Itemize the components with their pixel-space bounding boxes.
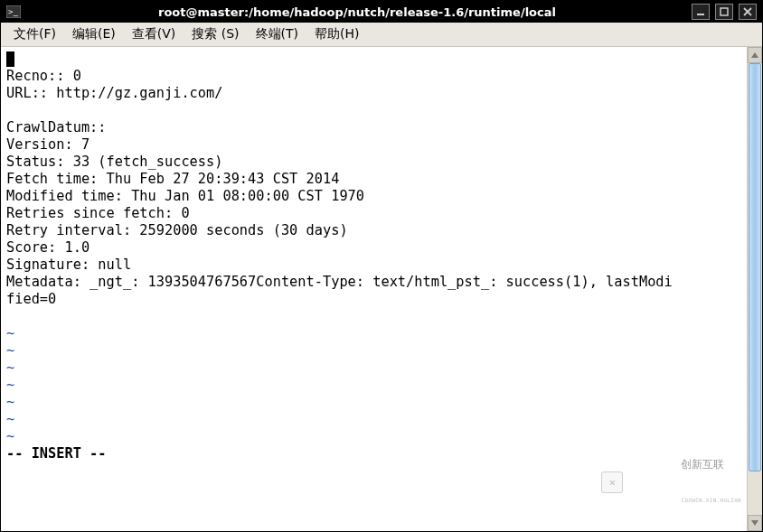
menu-terminal[interactable]: 终端(T) — [249, 24, 306, 44]
line-retry-interval: Retry interval: 2592000 seconds (30 days… — [6, 222, 348, 238]
terminal-window: >_ root@master:/home/hadoop/nutch/releas… — [0, 0, 763, 532]
scroll-thumb[interactable] — [749, 63, 761, 471]
terminal-app-icon: >_ — [5, 3, 23, 21]
window-title: root@master:/home/hadoop/nutch/release-1… — [23, 5, 692, 19]
line-crawldatum: CrawlDatum:: — [6, 119, 107, 135]
scroll-up-button[interactable] — [748, 47, 762, 63]
svg-marker-6 — [751, 52, 758, 58]
watermark-logo-icon: ✕ — [601, 471, 623, 493]
line-metadata-2: fied=0 — [6, 291, 56, 307]
vim-tilde: ~ — [6, 359, 14, 376]
vim-status-line: -- INSERT -- — [6, 445, 107, 462]
vertical-scrollbar[interactable] — [747, 47, 762, 531]
svg-marker-7 — [751, 520, 758, 526]
menu-search[interactable]: 搜索 (S) — [184, 24, 246, 44]
minimize-button[interactable] — [692, 4, 710, 20]
watermark-text: 创新互联 — [681, 458, 724, 471]
menubar: 文件(F) 编辑(E) 查看(V) 搜索 (S) 终端(T) 帮助(H) — [1, 23, 762, 47]
menu-file[interactable]: 文件(F) — [6, 24, 63, 44]
vim-tilde: ~ — [6, 377, 14, 393]
svg-text:>_: >_ — [8, 7, 18, 16]
vim-tilde: ~ — [6, 411, 14, 427]
menu-help[interactable]: 帮助(H) — [307, 24, 366, 44]
watermark: ✕ 创新互联 CDXWCN.XIN.HULIAN — [601, 439, 741, 526]
window-controls — [692, 4, 757, 20]
line-fetch-time: Fetch time: Thu Feb 27 20:39:43 CST 2014 — [6, 171, 339, 187]
terminal-content[interactable]: Recno:: 0 URL:: http://gz.ganji.com/ Cra… — [1, 47, 747, 531]
text-cursor — [6, 51, 14, 67]
watermark-subtext: CDXWCN.XIN.HULIAN — [681, 497, 741, 503]
line-version: Version: 7 — [6, 136, 89, 153]
vim-tilde: ~ — [6, 325, 14, 341]
line-retries: Retries since fetch: 0 — [6, 205, 190, 221]
terminal-body-wrap: Recno:: 0 URL:: http://gz.ganji.com/ Cra… — [1, 47, 762, 531]
menu-view[interactable]: 查看(V) — [125, 24, 184, 44]
maximize-button[interactable] — [715, 4, 733, 20]
scroll-track[interactable] — [748, 63, 762, 515]
line-status: Status: 33 (fetch_success) — [6, 154, 222, 170]
vim-tilde: ~ — [6, 394, 14, 410]
vim-tilde: ~ — [6, 428, 14, 444]
line-score: Score: 1.0 — [6, 239, 89, 256]
line-recno: Recno:: 0 — [6, 68, 81, 84]
line-metadata-1: Metadata: _ngt_: 1393504767567Content-Ty… — [6, 274, 673, 290]
menu-edit[interactable]: 编辑(E) — [65, 24, 123, 44]
close-button[interactable] — [739, 4, 757, 20]
vim-tilde: ~ — [6, 342, 14, 359]
scroll-down-button[interactable] — [748, 515, 762, 531]
titlebar[interactable]: >_ root@master:/home/hadoop/nutch/releas… — [1, 1, 762, 23]
line-signature: Signature: null — [6, 257, 131, 273]
line-url: URL:: http://gz.ganji.com/ — [6, 85, 222, 101]
svg-rect-3 — [721, 8, 728, 15]
line-modified-time: Modified time: Thu Jan 01 08:00:00 CST 1… — [6, 188, 364, 204]
